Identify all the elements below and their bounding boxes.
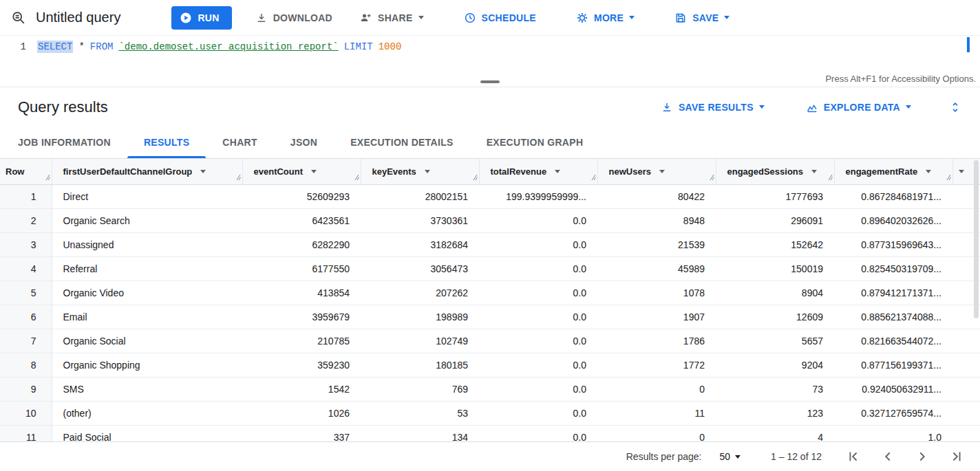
- data-cell: Organic Shopping: [52, 353, 242, 377]
- column-resize-handle[interactable]: [710, 174, 714, 181]
- tab-chart[interactable]: CHART: [206, 127, 274, 158]
- data-cell: 6177550: [242, 256, 361, 281]
- column-menu-button[interactable]: [924, 168, 933, 175]
- explore-data-button[interactable]: EXPLORE DATA: [798, 96, 919, 119]
- column-label: keyEvents: [372, 166, 416, 177]
- tab-job-information[interactable]: JOB INFORMATION: [1, 127, 127, 158]
- data-cell: 123: [716, 401, 834, 425]
- panel-resize-handle[interactable]: [480, 80, 500, 83]
- column-resize-handle[interactable]: [473, 174, 478, 181]
- column-menu-button[interactable]: [310, 168, 318, 175]
- table-row: 10(other)1026530.0111230.327127659574...: [0, 401, 980, 425]
- tab-execution-graph[interactable]: EXECUTION GRAPH: [470, 127, 600, 158]
- data-cell: 0.885621374088...: [834, 305, 952, 329]
- chevron-down-icon: [629, 16, 635, 19]
- sql-keyword-select: SELECT: [37, 41, 73, 53]
- column-resize-handle[interactable]: [45, 174, 50, 181]
- chevron-down-icon: [418, 16, 424, 19]
- previous-page-button[interactable]: [878, 447, 897, 466]
- play-icon: [180, 12, 192, 24]
- row-number-cell: 5: [0, 281, 52, 305]
- query-tab-icon: [11, 10, 26, 25]
- data-cell: 21539: [597, 232, 716, 256]
- gear-icon: [576, 12, 588, 24]
- data-cell: 0.879412171371...: [834, 281, 952, 305]
- data-cell: 3056473: [361, 256, 479, 281]
- column-resize-handle[interactable]: [354, 174, 359, 181]
- column-header-firstUserDefaultChannelGroup: firstUserDefaultChannelGroup: [52, 159, 242, 184]
- column-resize-handle[interactable]: [591, 174, 596, 181]
- sql-table-reference[interactable]: `demo.demoset.user_acquisition_report`: [118, 41, 338, 52]
- data-cell: Referral: [52, 256, 242, 281]
- data-cell: 4: [716, 425, 834, 441]
- column-menu-button[interactable]: [553, 168, 562, 175]
- sql-code-line[interactable]: SELECT*FROM`demo.demoset.user_acquisitio…: [37, 36, 407, 70]
- table-row: 5Organic Video4138542072620.0107889040.8…: [0, 281, 980, 305]
- table-scrollbar-thumb[interactable]: [974, 160, 979, 318]
- data-cell: (other): [52, 401, 242, 425]
- share-button[interactable]: SHARE: [350, 6, 432, 30]
- page-size-select[interactable]: 50: [719, 451, 741, 462]
- save-button[interactable]: SAVE: [666, 6, 738, 30]
- save-icon: [674, 12, 687, 24]
- first-page-button[interactable]: [844, 447, 863, 466]
- download-icon: [255, 12, 268, 24]
- column-header-keyEvents: keyEvents: [361, 159, 479, 184]
- data-cell: 80422: [597, 184, 716, 208]
- row-number-cell: 3: [0, 232, 52, 256]
- download-button[interactable]: DOWNLOAD: [247, 6, 341, 30]
- data-cell: 45989: [597, 256, 716, 281]
- column-header-engagementRate: engagementRate: [834, 159, 952, 184]
- table-row: 6Email39596791989890.01907126090.8856213…: [0, 305, 980, 329]
- column-menu-button[interactable]: [423, 168, 432, 175]
- column-menu-button[interactable]: [658, 168, 666, 175]
- table-row: 8Organic Shopping3592301801850.017729204…: [0, 353, 980, 377]
- data-cell: Paid Social: [52, 425, 242, 441]
- column-label: engagementRate: [846, 166, 918, 177]
- table-scrollbar[interactable]: [974, 159, 979, 441]
- tab-execution-details[interactable]: EXECUTION DETAILS: [334, 127, 470, 158]
- run-button[interactable]: RUN: [171, 6, 231, 30]
- data-cell: 199.9399959999...: [479, 184, 597, 208]
- data-cell: 0.877156199371...: [834, 353, 952, 377]
- editor-scrollbar[interactable]: [967, 37, 970, 52]
- data-cell: 52609293: [242, 184, 361, 208]
- column-menu-button[interactable]: [199, 168, 207, 175]
- data-cell: 8904: [716, 281, 834, 305]
- data-cell: 0.0: [479, 208, 597, 232]
- data-cell: 1078: [597, 281, 716, 305]
- data-cell: 0.327127659574...: [834, 401, 952, 425]
- table-row: 9SMS15427690.00730.924050632911...: [0, 377, 980, 401]
- save-results-button[interactable]: SAVE RESULTS: [652, 96, 773, 119]
- next-page-button[interactable]: [913, 447, 932, 466]
- query-toolbar: Untitled query RUN DOWNLOAD SHARE SCHE: [0, 0, 980, 36]
- tab-results[interactable]: RESULTS: [127, 127, 206, 158]
- column-menu-button[interactable]: [810, 168, 818, 175]
- data-cell: 1.0: [834, 425, 952, 441]
- data-cell: Unassigned: [52, 232, 242, 256]
- data-cell: 0.0: [479, 281, 597, 305]
- column-resize-handle[interactable]: [828, 174, 833, 181]
- more-button[interactable]: MORE: [568, 6, 643, 30]
- expand-panel-button[interactable]: [944, 96, 966, 118]
- data-cell: 6423561: [242, 208, 361, 232]
- column-header-newUsers: newUsers: [597, 159, 716, 184]
- data-cell: 413854: [242, 281, 361, 305]
- row-number-cell: 10: [0, 401, 52, 425]
- data-cell: 3730361: [361, 208, 479, 232]
- line-number: 1: [0, 36, 37, 70]
- data-cell: 359230: [242, 353, 361, 377]
- last-page-button[interactable]: [947, 447, 966, 466]
- column-label: firstUserDefaultChannelGroup: [63, 166, 193, 177]
- column-resize-handle[interactable]: [236, 174, 241, 181]
- sql-editor[interactable]: 1 SELECT*FROM`demo.demoset.user_acquisit…: [0, 36, 980, 70]
- column-label: totalRevenue: [491, 166, 547, 177]
- column-resize-handle[interactable]: [946, 174, 951, 181]
- column-menu-button[interactable]: [957, 168, 966, 175]
- schedule-button[interactable]: SCHEDULE: [456, 6, 544, 30]
- chevron-down-icon: [759, 105, 765, 109]
- data-cell: 0: [597, 425, 716, 441]
- data-cell: 5657: [716, 329, 834, 353]
- tab-json[interactable]: JSON: [274, 127, 334, 158]
- data-cell: 180185: [361, 353, 479, 377]
